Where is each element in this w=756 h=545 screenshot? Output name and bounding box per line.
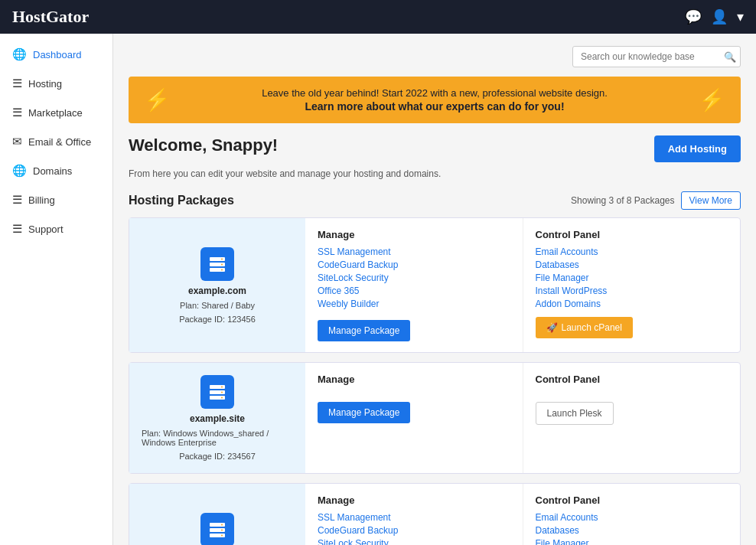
svg-point-15 [221, 524, 223, 525]
sidebar-label-hosting: Hosting [28, 78, 62, 90]
pkg-domain: example.com [188, 286, 246, 296]
view-more-button[interactable]: View More [681, 191, 741, 210]
manage-link[interactable]: SiteLock Security [318, 272, 510, 283]
cp-link[interactable]: Databases [536, 525, 728, 536]
cp-link[interactable]: Email Accounts [536, 246, 728, 257]
manage-link[interactable]: SSL Management [318, 512, 510, 523]
control-panel-links: Email AccountsDatabasesFile ManagerInsta… [536, 512, 728, 545]
dashboard-icon: 🌐 [12, 47, 27, 61]
manage-package-button[interactable]: Manage Package [318, 320, 410, 341]
sidebar-item-email-office[interactable]: ✉ Email & Office [0, 127, 112, 156]
pkg-id: Package ID: 234567 [179, 452, 256, 461]
sidebar-item-hosting[interactable]: ☰ Hosting [0, 69, 112, 98]
banner-line1: Leave the old year behind! Start 2022 wi… [262, 87, 608, 99]
manage-link[interactable]: SSL Management [318, 246, 510, 257]
pkg-plan: Plan: Windows Windows_shared / Windows E… [142, 429, 293, 447]
sidebar-item-billing[interactable]: ☰ Billing [0, 185, 112, 214]
package-info: example.net Plan: Shared / Business Pack… [129, 484, 305, 545]
package-info: example.com Plan: Shared / Baby Package … [129, 218, 305, 352]
server-icon-wrap [200, 375, 234, 409]
lightning-right-icon: ⚡ [699, 87, 725, 113]
email-icon: ✉ [12, 135, 22, 148]
search-wrap: 🔍 [572, 46, 741, 67]
pkg-id: Package ID: 123456 [179, 315, 256, 324]
manage-links: SSL ManagementCodeGuard BackupSiteLock S… [318, 246, 510, 309]
cp-link[interactable]: Email Accounts [536, 512, 728, 523]
launch-plesk-button[interactable]: Launch Plesk [536, 402, 614, 425]
packages-title: Hosting Packages [129, 194, 234, 207]
main-layout: 🌐 Dashboard ☰ Hosting ☰ Marketplace ✉ Em… [0, 34, 756, 545]
promo-banner: ⚡ Leave the old year behind! Start 2022 … [129, 77, 741, 123]
billing-icon: ☰ [12, 193, 22, 207]
sidebar-label-billing: Billing [28, 194, 55, 206]
launch-cpanel-button[interactable]: 🚀 Launch cPanel [536, 317, 633, 338]
sidebar-item-dashboard[interactable]: 🌐 Dashboard [0, 40, 112, 69]
dropdown-icon[interactable]: ▾ [737, 8, 744, 25]
sidebar: 🌐 Dashboard ☰ Hosting ☰ Marketplace ✉ Em… [0, 34, 113, 545]
cp-link[interactable]: Databases [536, 259, 728, 270]
cp-link[interactable]: File Manager [536, 538, 728, 545]
svg-point-16 [221, 529, 223, 530]
top-navbar: HostGator 💬 👤 ▾ [0, 0, 756, 34]
cp-link[interactable]: Install WordPress [536, 286, 728, 296]
search-input[interactable] [572, 46, 741, 67]
manage-title: Manage [318, 374, 510, 385]
server-icon-wrap [200, 247, 234, 281]
packages-count: Showing 3 of 8 Packages [571, 195, 674, 206]
pkg-domain: example.site [190, 413, 245, 424]
sidebar-label-domains: Domains [33, 165, 72, 177]
svg-point-3 [221, 258, 223, 259]
manage-title: Manage [318, 494, 510, 506]
package-control-panel: Control Panel Launch Plesk [523, 363, 741, 473]
svg-point-10 [221, 392, 223, 393]
hosting-icon: ☰ [12, 77, 22, 90]
user-icon[interactable]: 👤 [711, 8, 728, 25]
svg-point-17 [221, 534, 223, 536]
packages-container: example.com Plan: Shared / Baby Package … [129, 217, 741, 545]
sidebar-item-support[interactable]: ☰ Support [0, 214, 112, 243]
manage-link[interactable]: CodeGuard Backup [318, 259, 510, 270]
packages-meta: Showing 3 of 8 Packages View More [571, 191, 741, 210]
svg-point-5 [221, 269, 223, 270]
cp-link[interactable]: File Manager [536, 272, 728, 283]
manage-package-button[interactable]: Manage Package [318, 402, 410, 423]
manage-link[interactable]: Weebly Builder [318, 299, 510, 309]
package-control-panel: Control Panel Email AccountsDatabasesFil… [523, 218, 741, 352]
marketplace-icon: ☰ [12, 106, 22, 119]
server-svg [208, 383, 226, 401]
svg-point-4 [221, 263, 223, 265]
sidebar-label-support: Support [28, 224, 64, 235]
svg-point-9 [221, 387, 223, 388]
sidebar-label-marketplace: Marketplace [28, 107, 83, 119]
package-control-panel: Control Panel Email AccountsDatabasesFil… [523, 484, 741, 545]
banner-line2: Learn more about what our experts can do… [183, 100, 686, 113]
package-info: example.site Plan: Windows Windows_share… [129, 363, 305, 473]
package-card: example.net Plan: Shared / Business Pack… [129, 483, 741, 545]
svg-point-11 [221, 397, 223, 399]
control-panel-title: Control Panel [536, 494, 728, 506]
sidebar-label-email: Email & Office [28, 136, 91, 148]
packages-header: Hosting Packages Showing 3 of 8 Packages… [129, 191, 741, 210]
add-hosting-button[interactable]: Add Hosting [654, 135, 741, 162]
cp-link[interactable]: Addon Domains [536, 299, 728, 309]
search-bar: 🔍 [129, 46, 741, 67]
sidebar-item-domains[interactable]: 🌐 Domains [0, 156, 112, 185]
pkg-plan: Plan: Shared / Baby [180, 301, 255, 310]
server-svg [208, 521, 226, 539]
sidebar-label-dashboard: Dashboard [33, 49, 82, 60]
manage-link[interactable]: SiteLock Security [318, 538, 510, 545]
manage-link[interactable]: Office 365 [318, 286, 510, 296]
server-icon-wrap [200, 513, 234, 546]
package-manage: Manage SSL ManagementCodeGuard BackupSit… [305, 218, 523, 352]
manage-link[interactable]: CodeGuard Backup [318, 525, 510, 536]
domains-icon: 🌐 [12, 164, 27, 178]
sidebar-item-marketplace[interactable]: ☰ Marketplace [0, 98, 112, 127]
chat-icon[interactable]: 💬 [685, 8, 702, 25]
search-icon[interactable]: 🔍 [724, 51, 736, 63]
support-icon: ☰ [12, 222, 22, 236]
manage-title: Manage [318, 229, 510, 240]
nav-icons: 💬 👤 ▾ [685, 8, 744, 25]
welcome-subtitle: From here you can edit your website and … [129, 168, 741, 179]
manage-links: SSL ManagementCodeGuard BackupSiteLock S… [318, 512, 510, 545]
welcome-title: Welcome, Snappy! [129, 135, 278, 155]
